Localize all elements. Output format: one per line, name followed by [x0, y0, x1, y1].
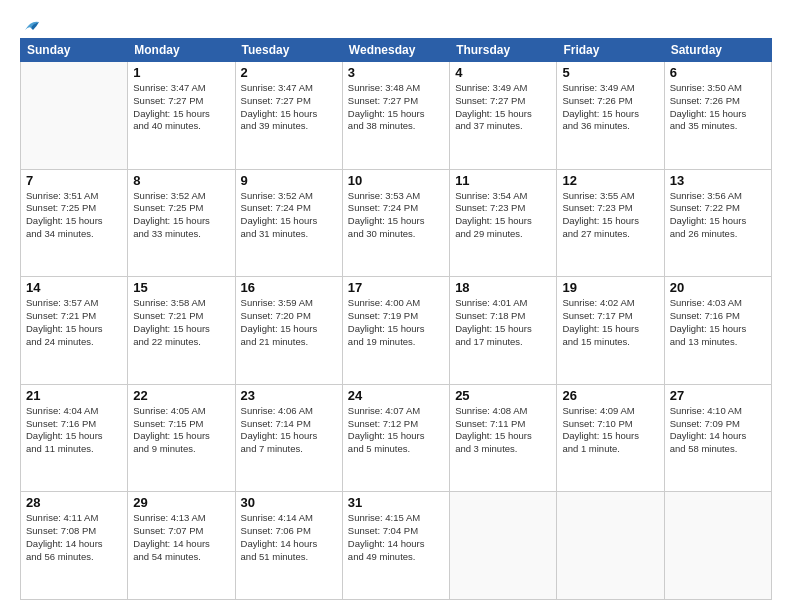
day-number: 1	[133, 65, 229, 80]
cell-details: Sunrise: 3:51 AM Sunset: 7:25 PM Dayligh…	[26, 190, 122, 241]
day-number: 19	[562, 280, 658, 295]
day-number: 20	[670, 280, 766, 295]
cell-details: Sunrise: 4:11 AM Sunset: 7:08 PM Dayligh…	[26, 512, 122, 563]
day-number: 6	[670, 65, 766, 80]
day-number: 9	[241, 173, 337, 188]
calendar-cell: 12Sunrise: 3:55 AM Sunset: 7:23 PM Dayli…	[557, 169, 664, 277]
calendar-cell: 30Sunrise: 4:14 AM Sunset: 7:06 PM Dayli…	[235, 492, 342, 600]
col-header-friday: Friday	[557, 39, 664, 62]
col-header-tuesday: Tuesday	[235, 39, 342, 62]
cell-details: Sunrise: 3:49 AM Sunset: 7:26 PM Dayligh…	[562, 82, 658, 133]
cell-details: Sunrise: 4:04 AM Sunset: 7:16 PM Dayligh…	[26, 405, 122, 456]
cell-details: Sunrise: 4:03 AM Sunset: 7:16 PM Dayligh…	[670, 297, 766, 348]
cell-details: Sunrise: 3:52 AM Sunset: 7:25 PM Dayligh…	[133, 190, 229, 241]
calendar-cell: 17Sunrise: 4:00 AM Sunset: 7:19 PM Dayli…	[342, 277, 449, 385]
calendar-cell: 8Sunrise: 3:52 AM Sunset: 7:25 PM Daylig…	[128, 169, 235, 277]
cell-details: Sunrise: 4:07 AM Sunset: 7:12 PM Dayligh…	[348, 405, 444, 456]
calendar-week-row: 1Sunrise: 3:47 AM Sunset: 7:27 PM Daylig…	[21, 62, 772, 170]
day-number: 31	[348, 495, 444, 510]
logo	[20, 18, 41, 30]
calendar-cell: 11Sunrise: 3:54 AM Sunset: 7:23 PM Dayli…	[450, 169, 557, 277]
day-number: 13	[670, 173, 766, 188]
calendar-cell: 23Sunrise: 4:06 AM Sunset: 7:14 PM Dayli…	[235, 384, 342, 492]
cell-details: Sunrise: 3:57 AM Sunset: 7:21 PM Dayligh…	[26, 297, 122, 348]
cell-details: Sunrise: 4:13 AM Sunset: 7:07 PM Dayligh…	[133, 512, 229, 563]
cell-details: Sunrise: 4:09 AM Sunset: 7:10 PM Dayligh…	[562, 405, 658, 456]
calendar-cell: 1Sunrise: 3:47 AM Sunset: 7:27 PM Daylig…	[128, 62, 235, 170]
calendar-cell: 29Sunrise: 4:13 AM Sunset: 7:07 PM Dayli…	[128, 492, 235, 600]
calendar-cell: 21Sunrise: 4:04 AM Sunset: 7:16 PM Dayli…	[21, 384, 128, 492]
day-number: 25	[455, 388, 551, 403]
day-number: 15	[133, 280, 229, 295]
cell-details: Sunrise: 3:55 AM Sunset: 7:23 PM Dayligh…	[562, 190, 658, 241]
calendar-cell: 27Sunrise: 4:10 AM Sunset: 7:09 PM Dayli…	[664, 384, 771, 492]
calendar-cell: 16Sunrise: 3:59 AM Sunset: 7:20 PM Dayli…	[235, 277, 342, 385]
day-number: 8	[133, 173, 229, 188]
col-header-monday: Monday	[128, 39, 235, 62]
cell-details: Sunrise: 4:08 AM Sunset: 7:11 PM Dayligh…	[455, 405, 551, 456]
calendar-week-row: 7Sunrise: 3:51 AM Sunset: 7:25 PM Daylig…	[21, 169, 772, 277]
cell-details: Sunrise: 4:14 AM Sunset: 7:06 PM Dayligh…	[241, 512, 337, 563]
cell-details: Sunrise: 3:47 AM Sunset: 7:27 PM Dayligh…	[133, 82, 229, 133]
cell-details: Sunrise: 4:02 AM Sunset: 7:17 PM Dayligh…	[562, 297, 658, 348]
cell-details: Sunrise: 3:47 AM Sunset: 7:27 PM Dayligh…	[241, 82, 337, 133]
calendar-cell: 3Sunrise: 3:48 AM Sunset: 7:27 PM Daylig…	[342, 62, 449, 170]
calendar-cell: 31Sunrise: 4:15 AM Sunset: 7:04 PM Dayli…	[342, 492, 449, 600]
day-number: 17	[348, 280, 444, 295]
day-number: 28	[26, 495, 122, 510]
col-header-thursday: Thursday	[450, 39, 557, 62]
day-number: 16	[241, 280, 337, 295]
calendar-cell: 22Sunrise: 4:05 AM Sunset: 7:15 PM Dayli…	[128, 384, 235, 492]
calendar-week-row: 28Sunrise: 4:11 AM Sunset: 7:08 PM Dayli…	[21, 492, 772, 600]
cell-details: Sunrise: 4:06 AM Sunset: 7:14 PM Dayligh…	[241, 405, 337, 456]
day-number: 4	[455, 65, 551, 80]
day-number: 26	[562, 388, 658, 403]
day-number: 22	[133, 388, 229, 403]
calendar-cell	[21, 62, 128, 170]
day-number: 29	[133, 495, 229, 510]
cell-details: Sunrise: 4:05 AM Sunset: 7:15 PM Dayligh…	[133, 405, 229, 456]
calendar-cell: 14Sunrise: 3:57 AM Sunset: 7:21 PM Dayli…	[21, 277, 128, 385]
cell-details: Sunrise: 4:10 AM Sunset: 7:09 PM Dayligh…	[670, 405, 766, 456]
day-number: 11	[455, 173, 551, 188]
calendar-cell: 6Sunrise: 3:50 AM Sunset: 7:26 PM Daylig…	[664, 62, 771, 170]
calendar-table: SundayMondayTuesdayWednesdayThursdayFrid…	[20, 38, 772, 600]
day-number: 7	[26, 173, 122, 188]
cell-details: Sunrise: 3:49 AM Sunset: 7:27 PM Dayligh…	[455, 82, 551, 133]
day-number: 21	[26, 388, 122, 403]
day-number: 10	[348, 173, 444, 188]
calendar-cell: 10Sunrise: 3:53 AM Sunset: 7:24 PM Dayli…	[342, 169, 449, 277]
day-number: 12	[562, 173, 658, 188]
calendar-cell: 19Sunrise: 4:02 AM Sunset: 7:17 PM Dayli…	[557, 277, 664, 385]
day-number: 3	[348, 65, 444, 80]
calendar-week-row: 14Sunrise: 3:57 AM Sunset: 7:21 PM Dayli…	[21, 277, 772, 385]
day-number: 5	[562, 65, 658, 80]
day-number: 27	[670, 388, 766, 403]
calendar-week-row: 21Sunrise: 4:04 AM Sunset: 7:16 PM Dayli…	[21, 384, 772, 492]
cell-details: Sunrise: 3:50 AM Sunset: 7:26 PM Dayligh…	[670, 82, 766, 133]
cell-details: Sunrise: 3:52 AM Sunset: 7:24 PM Dayligh…	[241, 190, 337, 241]
calendar-page: SundayMondayTuesdayWednesdayThursdayFrid…	[0, 0, 792, 612]
calendar-cell: 26Sunrise: 4:09 AM Sunset: 7:10 PM Dayli…	[557, 384, 664, 492]
calendar-cell: 5Sunrise: 3:49 AM Sunset: 7:26 PM Daylig…	[557, 62, 664, 170]
day-number: 14	[26, 280, 122, 295]
cell-details: Sunrise: 4:00 AM Sunset: 7:19 PM Dayligh…	[348, 297, 444, 348]
cell-details: Sunrise: 3:53 AM Sunset: 7:24 PM Dayligh…	[348, 190, 444, 241]
calendar-cell	[557, 492, 664, 600]
calendar-cell: 24Sunrise: 4:07 AM Sunset: 7:12 PM Dayli…	[342, 384, 449, 492]
day-number: 24	[348, 388, 444, 403]
cell-details: Sunrise: 3:56 AM Sunset: 7:22 PM Dayligh…	[670, 190, 766, 241]
day-number: 23	[241, 388, 337, 403]
cell-details: Sunrise: 3:58 AM Sunset: 7:21 PM Dayligh…	[133, 297, 229, 348]
calendar-cell	[664, 492, 771, 600]
col-header-saturday: Saturday	[664, 39, 771, 62]
cell-details: Sunrise: 3:59 AM Sunset: 7:20 PM Dayligh…	[241, 297, 337, 348]
cell-details: Sunrise: 3:54 AM Sunset: 7:23 PM Dayligh…	[455, 190, 551, 241]
calendar-cell: 25Sunrise: 4:08 AM Sunset: 7:11 PM Dayli…	[450, 384, 557, 492]
cell-details: Sunrise: 4:01 AM Sunset: 7:18 PM Dayligh…	[455, 297, 551, 348]
calendar-cell: 7Sunrise: 3:51 AM Sunset: 7:25 PM Daylig…	[21, 169, 128, 277]
calendar-cell: 20Sunrise: 4:03 AM Sunset: 7:16 PM Dayli…	[664, 277, 771, 385]
calendar-cell: 9Sunrise: 3:52 AM Sunset: 7:24 PM Daylig…	[235, 169, 342, 277]
calendar-cell: 18Sunrise: 4:01 AM Sunset: 7:18 PM Dayli…	[450, 277, 557, 385]
day-number: 30	[241, 495, 337, 510]
